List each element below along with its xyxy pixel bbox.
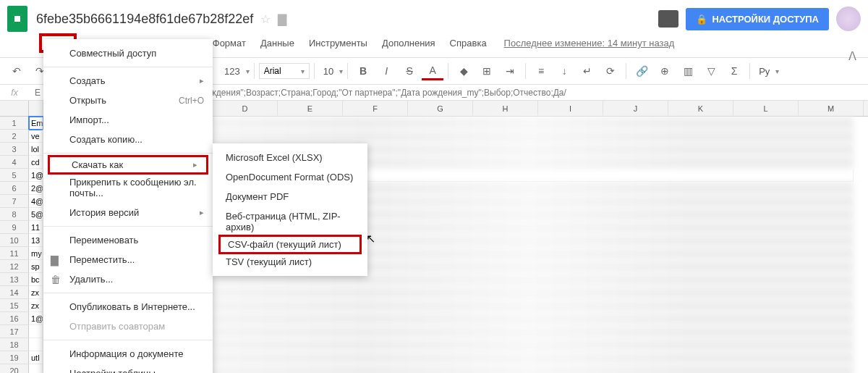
merge-icon[interactable]: ⇥: [499, 62, 521, 80]
menu-new[interactable]: Создать: [43, 71, 213, 91]
row-number[interactable]: 1: [0, 117, 29, 130]
share-button[interactable]: 🔒 НАСТРОЙКИ ДОСТУПА: [686, 8, 829, 30]
bold-icon[interactable]: B: [352, 62, 374, 80]
last-edit[interactable]: Последнее изменение: 14 минут назад: [504, 38, 675, 49]
menu-email-attach[interactable]: Прикрепить к сообщению эл. почты...: [43, 172, 213, 203]
chart-icon[interactable]: ▥: [677, 62, 699, 80]
col-K[interactable]: K: [668, 101, 733, 116]
row-number[interactable]: 20: [0, 364, 29, 373]
row-number[interactable]: 15: [0, 299, 29, 312]
row-number[interactable]: 11: [0, 247, 29, 260]
col-H[interactable]: H: [473, 101, 538, 116]
input-lang[interactable]: Ру: [754, 66, 774, 77]
col-J[interactable]: J: [603, 101, 668, 116]
cell[interactable]: [29, 338, 43, 351]
row-number[interactable]: 17: [0, 325, 29, 338]
cell[interactable]: 1@: [29, 312, 43, 325]
cell[interactable]: cd: [29, 156, 43, 169]
comment-icon[interactable]: ⊕: [654, 62, 676, 80]
link-icon[interactable]: 🔗: [631, 62, 652, 80]
menu-delete[interactable]: 🗑Удалить...: [43, 269, 213, 289]
cell[interactable]: 4@: [29, 195, 43, 208]
submenu-csv[interactable]: CSV-файл (текущий лист): [218, 235, 362, 254]
functions-icon[interactable]: Σ: [723, 62, 745, 80]
cell[interactable]: bc: [29, 273, 43, 286]
row-number[interactable]: 18: [0, 338, 29, 351]
row-number[interactable]: 3: [0, 143, 29, 156]
font-family[interactable]: Arial▾: [259, 63, 310, 79]
number-format[interactable]: 123: [220, 66, 244, 77]
col-L[interactable]: L: [733, 101, 799, 116]
cell[interactable]: lol: [29, 143, 43, 156]
col-D[interactable]: D: [213, 101, 278, 116]
row-number[interactable]: 8: [0, 208, 29, 221]
menu-move[interactable]: ▇Переместить...: [43, 250, 213, 269]
row-number[interactable]: 12: [0, 260, 29, 273]
row-number[interactable]: 10: [0, 234, 29, 247]
menu-help[interactable]: Справка: [444, 35, 493, 51]
row-number[interactable]: 19: [0, 351, 29, 364]
submenu-html[interactable]: Веб-страница (HTML, ZIP-архив): [213, 206, 367, 237]
cell[interactable]: my: [29, 247, 43, 260]
col-I[interactable]: I: [538, 101, 603, 116]
row-number[interactable]: 5: [0, 169, 29, 182]
submenu-pdf[interactable]: Документ PDF: [213, 187, 367, 206]
row-number[interactable]: 4: [0, 156, 29, 169]
cell[interactable]: 1@: [29, 169, 43, 182]
doc-title[interactable]: 6febe35b6661194e8f61de67b28f22ef: [36, 12, 253, 27]
expand-toolbar-icon[interactable]: ᐱ: [848, 49, 856, 63]
row-number[interactable]: 2: [0, 130, 29, 143]
italic-icon[interactable]: I: [375, 62, 397, 80]
font-size[interactable]: 10: [319, 66, 338, 77]
menu-spreadsheet-settings[interactable]: Настройки таблицы...: [43, 364, 213, 373]
comments-icon[interactable]: [658, 10, 678, 28]
avatar[interactable]: [836, 7, 861, 31]
row-number[interactable]: 14: [0, 286, 29, 299]
cell[interactable]: 5@: [29, 208, 43, 221]
menu-addons[interactable]: Дополнения: [376, 35, 441, 51]
submenu-tsv[interactable]: TSV (текущий лист): [213, 252, 367, 272]
text-color-icon[interactable]: A: [422, 62, 443, 80]
folder-icon[interactable]: ▇: [278, 12, 286, 26]
rotate-icon[interactable]: ⟳: [600, 62, 621, 80]
menu-import[interactable]: Импорт...: [43, 110, 213, 130]
col-E[interactable]: E: [278, 101, 343, 116]
cell[interactable]: sp: [29, 260, 43, 273]
col-G[interactable]: G: [408, 101, 473, 116]
menu-format[interactable]: Формат: [207, 35, 252, 51]
cell[interactable]: [29, 364, 43, 373]
strike-icon[interactable]: S: [399, 62, 420, 80]
wrap-icon[interactable]: ↵: [576, 62, 598, 80]
menu-open[interactable]: ОткрытьCtrl+O: [43, 91, 213, 110]
valign-icon[interactable]: ↓: [553, 62, 575, 80]
cell[interactable]: zx: [29, 286, 43, 299]
col-F[interactable]: F: [343, 101, 408, 116]
cell[interactable]: 2@: [29, 182, 43, 195]
row-number[interactable]: 7: [0, 195, 29, 208]
star-icon[interactable]: ☆: [260, 12, 271, 26]
submenu-ods[interactable]: OpenDocument Format (ODS): [213, 167, 367, 187]
row-number[interactable]: 16: [0, 312, 29, 325]
menu-data[interactable]: Данные: [255, 35, 300, 51]
fill-color-icon[interactable]: ◆: [453, 62, 475, 80]
cell[interactable]: utl: [29, 351, 43, 364]
row-number[interactable]: 9: [0, 221, 29, 234]
cell[interactable]: 13: [29, 234, 43, 247]
menu-tools[interactable]: Инструменты: [303, 35, 373, 51]
halign-icon[interactable]: ≡: [530, 62, 552, 80]
menu-share[interactable]: Совместный доступ: [43, 43, 213, 63]
menu-make-copy[interactable]: Создать копию...: [43, 130, 213, 149]
menu-download-as[interactable]: Скачать как: [48, 155, 208, 175]
menu-version-history[interactable]: История версий: [43, 203, 213, 222]
undo-icon[interactable]: ↶: [6, 62, 27, 80]
borders-icon[interactable]: ⊞: [476, 62, 498, 80]
menu-publish[interactable]: Опубликовать в Интернете...: [43, 297, 213, 317]
row-number[interactable]: 6: [0, 182, 29, 195]
menu-rename[interactable]: Переименовать: [43, 230, 213, 250]
cell[interactable]: 11: [29, 221, 43, 234]
menu-doc-info[interactable]: Информация о документе: [43, 344, 213, 364]
cell[interactable]: Em: [29, 117, 43, 130]
cell[interactable]: [29, 325, 43, 338]
submenu-xlsx[interactable]: Microsoft Excel (XLSX): [213, 148, 367, 167]
cell[interactable]: zx: [29, 299, 43, 312]
